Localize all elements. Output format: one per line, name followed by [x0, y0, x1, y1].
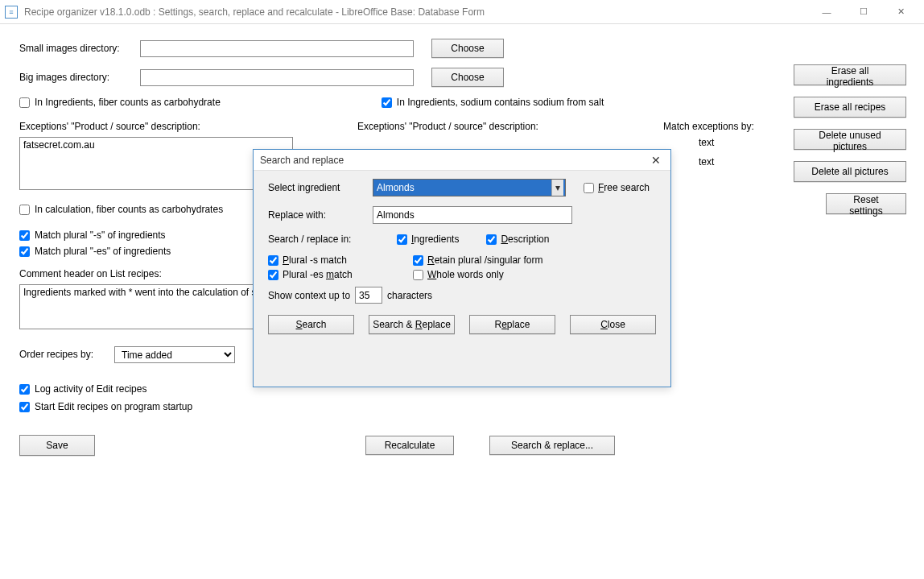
- exceptions-left-textarea[interactable]: fatsecret.com.au: [19, 137, 293, 190]
- big-images-dir-input[interactable]: [140, 69, 414, 86]
- replace-with-label: Replace with:: [268, 209, 373, 221]
- sodium-label: In Ingredients, sodium contains sodium f…: [397, 97, 604, 108]
- plural-s-cb[interactable]: [19, 230, 30, 241]
- sodium-cb[interactable]: [382, 97, 392, 108]
- dialog-search-button[interactable]: Search: [268, 315, 354, 334]
- erase-all-recipes-button[interactable]: Erase all recipes: [794, 97, 906, 118]
- context-input[interactable]: [355, 287, 382, 304]
- exceptions-left-label: Exceptions' "Product / source" descripti…: [19, 121, 325, 132]
- log-label: Log activity of Edit recipes: [35, 383, 146, 395]
- start-cb[interactable]: [19, 402, 30, 412]
- dialog-close-button[interactable]: Close: [570, 315, 656, 334]
- retain-checkbox[interactable]: Retain plural /singular form: [413, 254, 542, 266]
- start-edit-checkbox[interactable]: Start Edit recipes on program startup: [19, 401, 905, 412]
- erase-all-ingredients-button[interactable]: Erase all ingredients: [794, 64, 906, 85]
- maximize-button[interactable]: ☐: [845, 0, 882, 24]
- minimize-button[interactable]: —: [808, 0, 845, 24]
- fiber-calc-cb[interactable]: [19, 205, 30, 215]
- match-text-1: text: [699, 137, 714, 148]
- free-search-checkbox[interactable]: Free search: [584, 182, 650, 193]
- match-text-2: text: [699, 156, 714, 167]
- plural-es-cb[interactable]: [19, 246, 30, 257]
- log-cb[interactable]: [19, 384, 30, 395]
- desc-cb[interactable]: [486, 234, 497, 245]
- select-ingredient-dropdown[interactable]: Almonds: [373, 179, 566, 196]
- choose-small-dir-button[interactable]: Choose: [431, 39, 504, 58]
- search-in-label: Search / replace in:: [268, 234, 397, 245]
- order-by-label: Order recipes by:: [19, 349, 93, 360]
- context-label: Show context up to: [268, 290, 350, 301]
- save-button[interactable]: Save: [19, 435, 95, 456]
- whole-words-checkbox[interactable]: Whole words only: [413, 269, 504, 280]
- characters-label: characters: [387, 290, 432, 301]
- dialog-replace-button[interactable]: Replace: [469, 315, 555, 334]
- description-checkbox[interactable]: Description: [486, 234, 549, 245]
- start-label: Start Edit recipes on program startup: [35, 401, 192, 412]
- replace-with-input[interactable]: [373, 206, 572, 224]
- ps-cb[interactable]: [268, 255, 278, 266]
- select-ingredient-value: Almonds: [377, 182, 415, 193]
- order-by-select[interactable]: Time added: [114, 346, 235, 363]
- fiber-ing-cb[interactable]: [19, 97, 30, 108]
- fiber-ing-label: In Ingredients, fiber counts as carbohyd…: [35, 97, 221, 108]
- plural-s-label: Match plural "-s" of ingredients: [35, 230, 166, 241]
- dialog-search-replace-button[interactable]: Search & Replace: [369, 315, 455, 334]
- reset-settings-button[interactable]: Reset settings: [826, 193, 906, 214]
- sodium-salt-checkbox[interactable]: In Ingredients, sodium contains sodium f…: [382, 97, 604, 108]
- ing-cb[interactable]: [397, 234, 407, 245]
- select-ingredient-label: Select ingredient: [268, 182, 373, 193]
- plural-s-dialog-checkbox[interactable]: Plural -s match: [268, 254, 390, 266]
- close-button[interactable]: ✕: [882, 0, 919, 24]
- delete-all-pictures-button[interactable]: Delete all pictures: [794, 161, 906, 182]
- window-title: Recipe organizer v18.1.0.odb : Settings,…: [24, 6, 808, 18]
- delete-unused-pictures-button[interactable]: Delete unused pictures: [794, 129, 906, 150]
- small-images-dir-input[interactable]: [140, 40, 414, 57]
- fiber-ingredients-checkbox[interactable]: In Ingredients, fiber counts as carbohyd…: [19, 97, 221, 108]
- big-images-dir-label: Big images directory:: [19, 72, 140, 83]
- small-images-dir-label: Small images directory:: [19, 43, 140, 54]
- plural-es-label: Match plural "-es" of ingredients: [35, 246, 171, 257]
- dialog-title: Search and replace: [260, 155, 648, 166]
- choose-big-dir-button[interactable]: Choose: [431, 68, 504, 87]
- app-icon: ≡: [5, 6, 18, 19]
- plural-es-dialog-checkbox[interactable]: Plural -es match: [268, 269, 390, 280]
- window-titlebar: ≡ Recipe organizer v18.1.0.odb : Setting…: [0, 0, 924, 24]
- search-replace-dialog: Search and replace ✕ Select ingredient A…: [253, 149, 671, 387]
- pes-cb[interactable]: [268, 270, 278, 280]
- exceptions-right-label: Exceptions' "Product / source" descripti…: [357, 121, 631, 132]
- search-replace-open-button[interactable]: Search & replace...: [489, 436, 615, 455]
- ingredients-checkbox[interactable]: Ingredients: [397, 234, 459, 245]
- match-exceptions-label: Match exceptions by:: [663, 121, 754, 132]
- dialog-close-icon[interactable]: ✕: [648, 154, 664, 167]
- recalculate-button[interactable]: Recalculate: [365, 436, 454, 455]
- free-search-cb[interactable]: [584, 183, 594, 193]
- whole-cb[interactable]: [413, 270, 423, 280]
- retain-cb[interactable]: [413, 255, 423, 266]
- fiber-calc-label: In calculation, fiber counts as carbohyd…: [35, 204, 223, 215]
- dialog-titlebar[interactable]: Search and replace ✕: [254, 150, 670, 171]
